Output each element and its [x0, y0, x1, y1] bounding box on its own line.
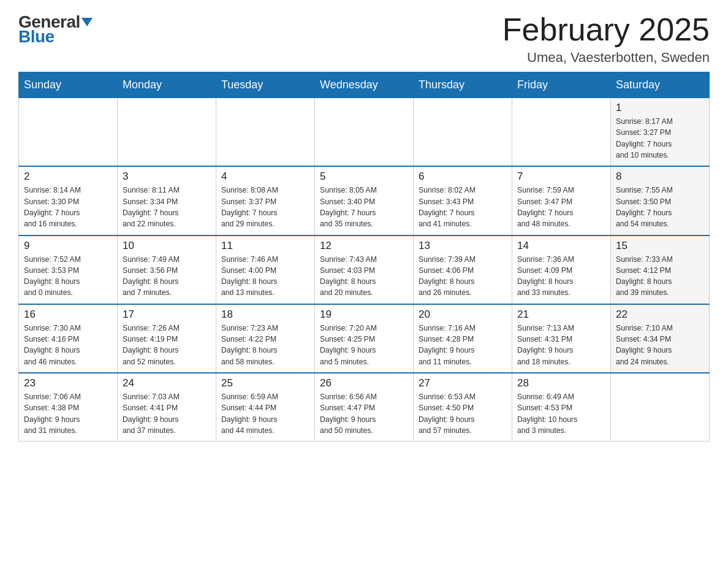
day-number: 23 [24, 377, 112, 389]
calendar-week-row: 23Sunrise: 7:06 AMSunset: 4:38 PMDayligh… [19, 373, 710, 442]
table-row: 15Sunrise: 7:33 AMSunset: 4:12 PMDayligh… [611, 236, 710, 304]
header-tuesday: Tuesday [216, 72, 315, 98]
day-info: Sunrise: 8:05 AMSunset: 3:40 PMDaylight:… [320, 185, 408, 229]
day-number: 10 [123, 240, 211, 252]
logo: General Blue [18, 12, 93, 47]
header-thursday: Thursday [414, 72, 512, 98]
table-row: 10Sunrise: 7:49 AMSunset: 3:56 PMDayligh… [118, 236, 216, 304]
month-title: February 2025 [502, 12, 710, 47]
day-number: 6 [419, 170, 507, 183]
header-saturday: Saturday [611, 72, 710, 98]
day-info: Sunrise: 6:59 AMSunset: 4:44 PMDaylight:… [221, 391, 309, 436]
day-info: Sunrise: 6:49 AMSunset: 4:53 PMDaylight:… [517, 391, 605, 436]
page-header: General Blue February 2025 Umea, Vaester… [18, 12, 710, 66]
table-row: 6Sunrise: 8:02 AMSunset: 3:43 PMDaylight… [414, 166, 512, 235]
table-row [118, 98, 216, 167]
table-row: 9Sunrise: 7:52 AMSunset: 3:53 PMDaylight… [19, 236, 118, 304]
day-number: 21 [517, 308, 605, 321]
table-row: 17Sunrise: 7:26 AMSunset: 4:19 PMDayligh… [118, 304, 216, 373]
day-info: Sunrise: 7:30 AMSunset: 4:16 PMDaylight:… [24, 323, 112, 367]
day-number: 11 [221, 240, 309, 252]
day-info: Sunrise: 8:17 AMSunset: 3:27 PMDaylight:… [616, 116, 704, 161]
day-number: 5 [320, 170, 408, 183]
day-number: 12 [320, 240, 408, 252]
header-sunday: Sunday [19, 72, 118, 98]
day-info: Sunrise: 8:14 AMSunset: 3:30 PMDaylight:… [24, 185, 112, 229]
day-number: 26 [320, 377, 408, 389]
day-number: 19 [320, 308, 408, 321]
table-row [216, 98, 315, 167]
day-info: Sunrise: 6:53 AMSunset: 4:50 PMDaylight:… [419, 391, 507, 436]
table-row: 2Sunrise: 8:14 AMSunset: 3:30 PMDaylight… [19, 166, 118, 235]
table-row: 12Sunrise: 7:43 AMSunset: 4:03 PMDayligh… [315, 236, 414, 304]
day-info: Sunrise: 7:55 AMSunset: 3:50 PMDaylight:… [616, 185, 704, 229]
day-info: Sunrise: 7:20 AMSunset: 4:25 PMDaylight:… [320, 323, 408, 367]
day-info: Sunrise: 7:46 AMSunset: 4:00 PMDaylight:… [221, 254, 309, 299]
day-number: 4 [221, 170, 309, 183]
header-wednesday: Wednesday [315, 72, 414, 98]
table-row: 11Sunrise: 7:46 AMSunset: 4:00 PMDayligh… [216, 236, 315, 304]
calendar-week-row: 2Sunrise: 8:14 AMSunset: 3:30 PMDaylight… [19, 166, 710, 235]
header-monday: Monday [118, 72, 216, 98]
day-info: Sunrise: 7:26 AMSunset: 4:19 PMDaylight:… [123, 323, 211, 367]
table-row: 8Sunrise: 7:55 AMSunset: 3:50 PMDaylight… [611, 166, 710, 235]
table-row: 23Sunrise: 7:06 AMSunset: 4:38 PMDayligh… [19, 373, 118, 442]
table-row: 18Sunrise: 7:23 AMSunset: 4:22 PMDayligh… [216, 304, 315, 373]
day-number: 15 [616, 240, 704, 252]
table-row: 3Sunrise: 8:11 AMSunset: 3:34 PMDaylight… [118, 166, 216, 235]
weekday-header-row: Sunday Monday Tuesday Wednesday Thursday… [19, 72, 710, 98]
day-info: Sunrise: 8:08 AMSunset: 3:37 PMDaylight:… [221, 185, 309, 229]
day-info: Sunrise: 7:06 AMSunset: 4:38 PMDaylight:… [24, 391, 112, 436]
calendar-week-row: 16Sunrise: 7:30 AMSunset: 4:16 PMDayligh… [19, 304, 710, 373]
day-number: 22 [616, 308, 704, 321]
table-row: 22Sunrise: 7:10 AMSunset: 4:34 PMDayligh… [611, 304, 710, 373]
day-info: Sunrise: 7:33 AMSunset: 4:12 PMDaylight:… [616, 254, 704, 299]
table-row: 5Sunrise: 8:05 AMSunset: 3:40 PMDaylight… [315, 166, 414, 235]
day-number: 2 [24, 170, 112, 183]
location: Umea, Vaesterbotten, Sweden [502, 50, 710, 66]
day-info: Sunrise: 7:03 AMSunset: 4:41 PMDaylight:… [123, 391, 211, 436]
day-number: 18 [221, 308, 309, 321]
table-row [512, 98, 611, 167]
table-row: 27Sunrise: 6:53 AMSunset: 4:50 PMDayligh… [414, 373, 512, 442]
table-row: 14Sunrise: 7:36 AMSunset: 4:09 PMDayligh… [512, 236, 611, 304]
table-row: 7Sunrise: 7:59 AMSunset: 3:47 PMDaylight… [512, 166, 611, 235]
day-number: 14 [517, 240, 605, 252]
table-row: 13Sunrise: 7:39 AMSunset: 4:06 PMDayligh… [414, 236, 512, 304]
table-row: 19Sunrise: 7:20 AMSunset: 4:25 PMDayligh… [315, 304, 414, 373]
day-number: 17 [123, 308, 211, 321]
table-row: 25Sunrise: 6:59 AMSunset: 4:44 PMDayligh… [216, 373, 315, 442]
calendar-week-row: 1Sunrise: 8:17 AMSunset: 3:27 PMDaylight… [19, 98, 710, 167]
day-info: Sunrise: 7:10 AMSunset: 4:34 PMDaylight:… [616, 323, 704, 367]
header-friday: Friday [512, 72, 611, 98]
day-number: 13 [419, 240, 507, 252]
table-row [315, 98, 414, 167]
day-number: 16 [24, 308, 112, 321]
day-info: Sunrise: 7:16 AMSunset: 4:28 PMDaylight:… [419, 323, 507, 367]
day-info: Sunrise: 7:52 AMSunset: 3:53 PMDaylight:… [24, 254, 112, 299]
day-info: Sunrise: 8:02 AMSunset: 3:43 PMDaylight:… [419, 185, 507, 229]
day-info: Sunrise: 7:23 AMSunset: 4:22 PMDaylight:… [221, 323, 309, 367]
day-number: 25 [221, 377, 309, 389]
day-number: 8 [616, 170, 704, 183]
table-row: 16Sunrise: 7:30 AMSunset: 4:16 PMDayligh… [19, 304, 118, 373]
day-info: Sunrise: 8:11 AMSunset: 3:34 PMDaylight:… [123, 185, 211, 229]
day-info: Sunrise: 7:59 AMSunset: 3:47 PMDaylight:… [517, 185, 605, 229]
day-info: Sunrise: 7:36 AMSunset: 4:09 PMDaylight:… [517, 254, 605, 299]
day-number: 7 [517, 170, 605, 183]
day-info: Sunrise: 7:43 AMSunset: 4:03 PMDaylight:… [320, 254, 408, 299]
table-row [19, 98, 118, 167]
day-number: 28 [517, 377, 605, 389]
day-number: 3 [123, 170, 211, 183]
day-number: 24 [123, 377, 211, 389]
calendar-week-row: 9Sunrise: 7:52 AMSunset: 3:53 PMDaylight… [19, 236, 710, 304]
day-info: Sunrise: 7:39 AMSunset: 4:06 PMDaylight:… [419, 254, 507, 299]
day-info: Sunrise: 7:13 AMSunset: 4:31 PMDaylight:… [517, 323, 605, 367]
day-number: 1 [616, 102, 704, 114]
table-row [611, 373, 710, 442]
table-row: 21Sunrise: 7:13 AMSunset: 4:31 PMDayligh… [512, 304, 611, 373]
day-info: Sunrise: 7:49 AMSunset: 3:56 PMDaylight:… [123, 254, 211, 299]
title-block: February 2025 Umea, Vaesterbotten, Swede… [502, 12, 710, 66]
table-row: 1Sunrise: 8:17 AMSunset: 3:27 PMDaylight… [611, 98, 710, 167]
day-info: Sunrise: 6:56 AMSunset: 4:47 PMDaylight:… [320, 391, 408, 436]
